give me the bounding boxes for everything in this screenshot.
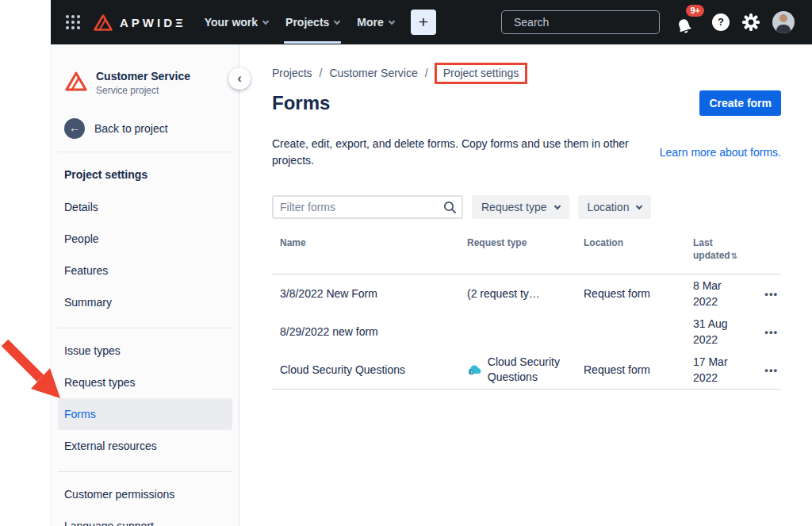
table-row: Cloud Security Questions ? Cloud Securit… xyxy=(272,351,781,389)
page-description: Create, edit, export, and delete forms. … xyxy=(272,136,651,169)
sidebar-item-details[interactable]: Details xyxy=(58,191,232,223)
cloud-security-request-type-icon: ? xyxy=(467,363,481,376)
form-request-type: (2 request ty… xyxy=(459,287,576,300)
global-search[interactable] xyxy=(501,10,660,34)
column-header-location[interactable]: Location xyxy=(576,236,685,263)
table-header-row: Name Request type Location Last updated⇅ xyxy=(272,236,781,275)
sidebar-item-request-types[interactable]: Request types xyxy=(58,367,232,398)
nav-your-work[interactable]: Your work xyxy=(196,0,277,44)
notification-badge: 9+ xyxy=(686,5,704,17)
sidebar-divider xyxy=(58,471,232,472)
primary-nav: Your work Projects More xyxy=(196,0,403,44)
app-switcher-icon[interactable] xyxy=(66,15,80,29)
forms-table: Name Request type Location Last updated⇅… xyxy=(272,236,781,390)
back-arrow-icon: ← xyxy=(64,118,85,139)
search-icon xyxy=(442,200,457,214)
form-name[interactable]: 8/29/2022 new form xyxy=(272,325,459,338)
learn-more-link[interactable]: Learn more about forms. xyxy=(660,146,781,159)
chevron-down-icon xyxy=(389,17,395,24)
project-header: Customer Service Service project xyxy=(52,44,239,96)
chevron-down-icon xyxy=(334,17,340,24)
settings-button[interactable] xyxy=(742,13,760,31)
project-type: Service project xyxy=(96,85,190,96)
gear-icon xyxy=(742,13,760,31)
plus-icon: + xyxy=(419,13,428,31)
sidebar-item-summary[interactable]: Summary xyxy=(58,286,232,318)
annotation-box: Project settings xyxy=(435,63,528,84)
column-header-request-type[interactable]: Request type xyxy=(459,236,576,263)
form-location: Request form xyxy=(576,363,685,376)
chevron-down-icon xyxy=(262,17,269,24)
sort-icon: ⇅ xyxy=(731,251,737,260)
create-form-button[interactable]: Create form xyxy=(699,90,781,116)
breadcrumb: Projects / Customer Service / Project se… xyxy=(272,62,781,84)
chevron-down-icon xyxy=(636,202,642,209)
breadcrumb-project-settings[interactable]: Project settings xyxy=(443,67,519,79)
column-header-name[interactable]: Name xyxy=(272,236,459,263)
form-last-updated: 31 Aug 2022 xyxy=(685,316,750,347)
more-actions-button[interactable]: ••• xyxy=(764,364,781,376)
apwide-logo-text: APWIDΞ xyxy=(120,16,186,29)
project-name: Customer Service xyxy=(96,70,190,83)
sidebar-item-features[interactable]: Features xyxy=(58,255,232,286)
project-settings-sidebar: Customer Service Service project ← Back … xyxy=(51,44,239,526)
location-dropdown[interactable]: Location xyxy=(578,195,652,219)
chevron-left-icon: ‹ xyxy=(237,71,242,86)
form-name[interactable]: 3/8/2022 New Form xyxy=(272,287,459,300)
apwide-logo[interactable]: APWIDΞ xyxy=(93,13,186,32)
sidebar-section-title: Project settings xyxy=(52,152,239,191)
request-type-dropdown[interactable]: Request type xyxy=(472,195,569,219)
chevron-down-icon xyxy=(553,202,560,209)
form-last-updated: 8 Mar 2022 xyxy=(685,278,750,309)
column-header-last-updated[interactable]: Last updated⇅ xyxy=(685,236,750,263)
sidebar-item-language-support[interactable]: Language support xyxy=(58,510,232,526)
back-to-project-link[interactable]: ← Back to project xyxy=(52,118,239,139)
form-location: Request form xyxy=(576,287,685,300)
search-input[interactable] xyxy=(514,16,657,29)
top-navigation-bar: APWIDΞ Your work Projects More + 9+ ? xyxy=(51,0,812,44)
help-button[interactable]: ? xyxy=(712,13,730,31)
notifications-button[interactable]: 9+ xyxy=(676,10,699,35)
more-actions-button[interactable]: ••• xyxy=(764,288,781,300)
project-avatar-icon xyxy=(64,70,88,92)
nav-projects[interactable]: Projects xyxy=(277,0,348,44)
table-row: 3/8/2022 New Form (2 request ty… Request… xyxy=(272,275,781,313)
sidebar-collapse-button[interactable]: ‹ xyxy=(228,67,251,90)
sidebar-item-people[interactable]: People xyxy=(58,223,232,255)
apwide-triangle-icon xyxy=(93,13,113,32)
bell-icon xyxy=(673,15,695,37)
sidebar-item-issue-types[interactable]: Issue types xyxy=(58,335,232,367)
form-name[interactable]: Cloud Security Questions xyxy=(272,363,459,376)
page-title: Forms xyxy=(272,92,330,114)
filter-forms-input[interactable] xyxy=(272,195,463,219)
user-avatar[interactable] xyxy=(772,11,795,33)
sidebar-item-external-resources[interactable]: External resources xyxy=(58,430,232,462)
create-plus-button[interactable]: + xyxy=(411,10,436,35)
breadcrumb-customer-service[interactable]: Customer Service xyxy=(329,67,417,79)
form-last-updated: 17 Mar 2022 xyxy=(685,354,750,386)
more-actions-button[interactable]: ••• xyxy=(764,326,781,338)
sidebar-divider xyxy=(58,328,232,328)
filter-forms-field xyxy=(272,195,463,219)
table-row: 8/29/2022 new form 31 Aug 2022 ••• xyxy=(272,313,781,351)
sidebar-item-customer-permissions[interactable]: Customer permissions xyxy=(58,478,232,510)
breadcrumb-projects[interactable]: Projects xyxy=(272,67,312,79)
sidebar-item-forms[interactable]: Forms xyxy=(58,398,232,430)
main-content: Projects / Customer Service / Project se… xyxy=(240,44,812,526)
svg-text:?: ? xyxy=(469,370,473,375)
question-mark-icon: ? xyxy=(718,16,724,28)
form-request-type: ? Cloud Security Questions xyxy=(459,355,576,385)
nav-more[interactable]: More xyxy=(348,0,402,44)
